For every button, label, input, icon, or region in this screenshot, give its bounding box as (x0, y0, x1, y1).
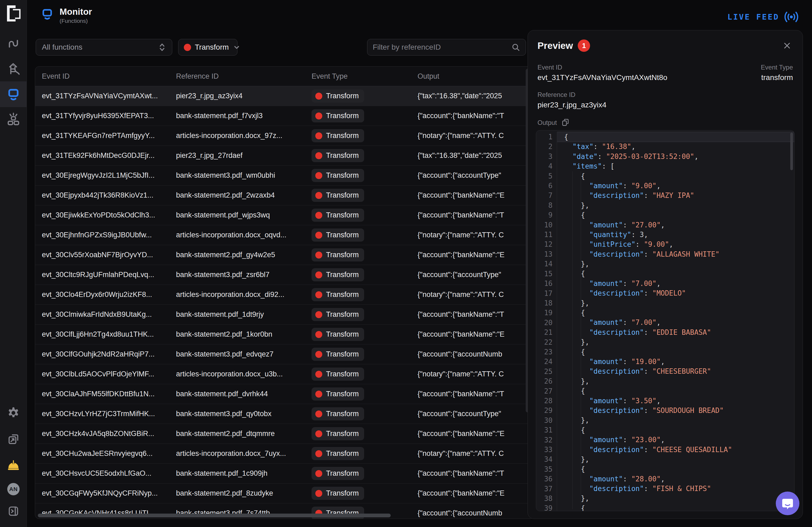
table-row[interactable]: evt_30CHzk4vJA5q8bZONtGBiR... bank-state… (35, 424, 534, 444)
event-type-cell: Transform (311, 149, 418, 162)
reference-id-cell: pier23_r.jpg_27rdaef (176, 152, 311, 160)
event-type-cell: Transform (311, 328, 418, 341)
output-cell: {"account":{"accountType" (418, 271, 534, 279)
table-row[interactable]: evt_30Clv55rXoabNF7BjrOyvYD... bank-stat… (35, 245, 534, 265)
table-row[interactable]: evt_30ClfLjj6Hn2Tg4xd8uu1THK... bank-sta… (35, 325, 534, 344)
output-cell: {"account":{"bankName":"T (418, 390, 534, 398)
event-type-badge-label: Transform (326, 131, 359, 140)
chat-widget-button[interactable] (776, 492, 799, 515)
event-id-cell: evt_30CHu2waJeESRnvyiegvq6... (42, 450, 176, 458)
app-logo[interactable] (0, 4, 27, 22)
table-row[interactable]: evt_30EjiwkkExYoPDto5kOdClh3... bank-sta… (35, 205, 534, 225)
sidebar-item-workflows[interactable] (0, 35, 27, 52)
copy-icon[interactable] (561, 118, 570, 127)
table-horizontal-scrollbar[interactable] (38, 514, 391, 517)
close-icon[interactable] (781, 40, 793, 52)
page-subtitle: (Functions) (60, 18, 92, 24)
event-id-cell: evt_30ClfGOuhjk2NdR2aHRqiP7... (42, 350, 176, 358)
reference-id-cell: bank-statement.pdf_dvrhk44 (176, 390, 311, 398)
code-line: "quantity": 3, (557, 230, 794, 240)
code-line: }, (557, 415, 794, 425)
table-row[interactable]: evt_30EjhnfnGPZxS9igJB0Ubfw... articles-… (35, 225, 534, 245)
event-id-cell: evt_30CHsvcUC5E5odxhLfGaO... (42, 469, 176, 478)
reference-id-cell: articles-incorporation.docx_oqvd... (176, 231, 311, 239)
table-row[interactable]: evt_30ClbLd5AOCvPlFdOjeYlMF... articles-… (35, 364, 534, 384)
event-type-badge: Transform (311, 487, 364, 500)
event-type-cell: Transform (311, 189, 418, 202)
reference-id-cell: bank-statement.pdf_1dt9rjy (176, 310, 311, 319)
table-row[interactable]: evt_31TYKEAFGn7rePTAmfgyyY... articles-i… (35, 126, 534, 146)
table-row[interactable]: evt_30Ejpyxb442jTk36R8KioVz1... bank-sta… (35, 186, 534, 205)
table-row[interactable]: evt_30ClmiwkaFrIdNdxB9UtaKg... bank-stat… (35, 305, 534, 325)
event-id-cell: evt_30EjhnfnGPZxS9igJB0Ubfw... (42, 231, 176, 239)
red-dot-icon (315, 331, 322, 338)
table-row[interactable]: evt_31TYfyvjr8yuH6395XfEPAT3... bank-sta… (35, 106, 534, 126)
output-cell: {"account":{"accountType" (418, 410, 534, 418)
event-type-badge-label: Transform (326, 171, 359, 180)
code-line: "description": "EDDIE BABASA" (557, 328, 794, 337)
monitor-page-icon (40, 6, 54, 22)
event-type-badge-label: Transform (326, 310, 359, 319)
event-type-badge-label: Transform (326, 429, 359, 438)
red-dot-icon (315, 271, 322, 279)
sidebar-item-build[interactable] (0, 457, 27, 472)
red-dot-icon (184, 44, 191, 51)
sidebar-item-alerts[interactable] (0, 111, 27, 128)
table-row[interactable]: evt_30CHzvLYrHZ7jC3TrmMifHK... bank-stat… (35, 404, 534, 424)
table-row[interactable]: evt_30CHsvcUC5E5odxhLfGaO... bank-statem… (35, 464, 534, 484)
table-row[interactable]: evt_30ClfGOuhjk2NdR2aHRqiP7... bank-stat… (35, 344, 534, 364)
sidebar-collapse-button[interactable] (0, 504, 27, 519)
table-row[interactable]: evt_30CGqFWy5KfJNQyCFRiNyp... bank-state… (35, 484, 534, 503)
live-feed-toggle[interactable]: LIVE FEED (727, 9, 799, 25)
table-row[interactable]: evt_30CHu2waJeESRnvyiegvq6... articles-i… (35, 444, 534, 464)
event-type-badge: Transform (311, 288, 364, 301)
code-line: "date": "2025-03-02T13:52:00", (557, 152, 794, 161)
red-dot-icon (315, 172, 322, 179)
sidebar-item-settings[interactable] (0, 405, 27, 421)
reference-filter-input[interactable] (373, 43, 511, 52)
code-scrollbar[interactable] (790, 133, 793, 170)
red-dot-icon (315, 92, 322, 100)
event-id-cell: evt_30Cltc9RJgUFmlahPDeqLvq... (42, 271, 176, 279)
code-line: "description": "ALLAGASH WHITE" (557, 250, 794, 259)
red-dot-icon (315, 252, 322, 258)
column-header-reference-id: Reference ID (176, 72, 311, 81)
code-line: { (557, 269, 794, 279)
user-avatar[interactable]: AN (0, 483, 27, 495)
code-line: { (557, 308, 794, 317)
event-type-badge-label: Transform (326, 489, 359, 497)
red-dot-icon (315, 311, 322, 318)
column-header-output: Output (418, 72, 534, 81)
table-row[interactable]: evt_31TYzFsAVNaYiaVCymtAXwt... pier23_r.… (35, 86, 534, 106)
event-type-badge: Transform (311, 447, 364, 460)
code-content: { "tax": "16.38", "date": "2025-03-02T13… (557, 132, 794, 511)
code-line: "amount": "27.00", (557, 220, 794, 230)
table-row[interactable]: evt_30ClaAJhFM55lfDKDttBfu1N... bank-sta… (35, 384, 534, 404)
reference-id-cell: bank-statement3.pdf_zsr6bl7 (176, 271, 311, 279)
code-line: { (557, 425, 794, 435)
event-type-cell: Transform (311, 467, 418, 480)
event-type-badge: Transform (311, 109, 364, 123)
event-type-cell: Transform (311, 248, 418, 261)
table-row[interactable]: evt_30Clo4ErDyx6r0Wrju2izKF8... articles… (35, 285, 534, 305)
sidebar-item-playground[interactable] (0, 60, 27, 77)
sidebar-item-monitor[interactable] (0, 81, 27, 107)
table-row[interactable]: evt_30EjregWgyvJzI2L1MjC5bJfI... bank-st… (35, 166, 534, 186)
event-type-badge-label: Transform (326, 350, 359, 358)
event-type-filter[interactable]: Transform (178, 39, 237, 56)
events-table: Event ID Reference ID Event Type Output … (35, 66, 534, 519)
table-row[interactable]: evt_31TEk92Fk6hMtDecG0DJEjr... pier23_r.… (35, 146, 534, 166)
event-type-badge: Transform (311, 348, 364, 361)
event-type-badge-label: Transform (326, 112, 359, 120)
output-cell: {"notary":{"name":"ATTY. C (418, 450, 534, 458)
preview-count-badge: 1 (578, 40, 590, 52)
output-code-viewer[interactable]: 1234567891011121314151617181920212223242… (536, 130, 795, 511)
chat-icon (781, 497, 794, 510)
red-dot-icon (315, 430, 322, 437)
table-row[interactable]: evt_30Cltc9RJgUFmlahPDeqLvq... bank-stat… (35, 265, 534, 285)
preview-reference-id: pier23_r.jpg_az3yix4 (537, 101, 607, 109)
function-select[interactable]: All functions (36, 39, 172, 56)
output-cell: {"account":{"bankName":"E (418, 251, 534, 259)
event-type-badge: Transform (311, 209, 364, 222)
sidebar-item-docs[interactable] (0, 432, 27, 447)
